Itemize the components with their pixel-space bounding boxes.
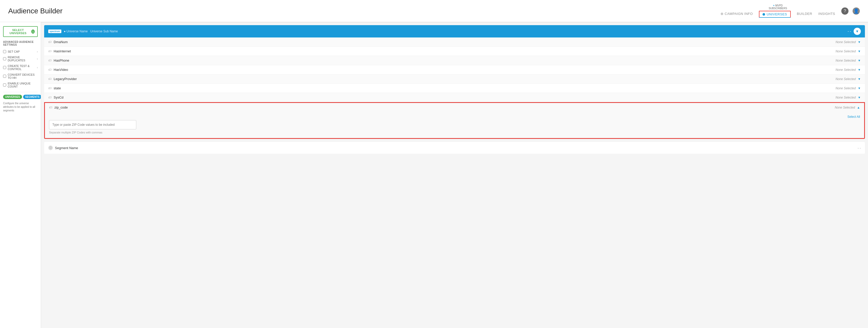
sidebar-item-convert-devices[interactable]: CONVERT DEVICES TO HH (3, 72, 38, 81)
tab-universes[interactable]: UNIVERSES (759, 11, 791, 18)
zip-row-body: Select All Separate multiple ZIP Codes w… (45, 112, 864, 138)
tag-icon-sys-cd: 🏷 (48, 95, 52, 99)
universe-card-header-left: spectrum ● Universe Name Universe Sub Na… (48, 30, 118, 33)
universes-subtab[interactable]: UNIVERSES (3, 95, 22, 99)
tab-campaign-info[interactable]: CAMPAIGN INFO (721, 12, 753, 17)
app-title: Audience Builder (8, 7, 63, 15)
dropdown-chevron-legacy-provider[interactable]: ▼ (858, 77, 861, 81)
segment-name-row: ⓘ Segment Name - - (44, 142, 865, 154)
zip-row-header: 🏷 zip_code None Selected ▲ (45, 103, 864, 112)
dropdown-chevron-has-phone[interactable]: ▼ (858, 59, 861, 62)
help-icon[interactable]: ? (841, 7, 848, 14)
remove-duplicates-chevron: › (37, 58, 38, 60)
attribute-row-sys-cd: 🏷 SysCd None Selected ▼ (44, 93, 865, 102)
universe-segment-tabs: UNIVERSES SEGMENTS (3, 95, 38, 99)
segments-subtab[interactable]: SEGMENTS (23, 95, 41, 99)
select-universes-button[interactable]: SELECT UNIVERSES 1 (3, 26, 38, 37)
segment-value: - - (858, 146, 861, 150)
attribute-row-legacy-provider: 🏷 LegacyProvider None Selected ▼ (44, 74, 865, 84)
sidebar-item-set-cap[interactable]: SET CAP › (3, 49, 38, 54)
attribute-row-state: 🏷 state None Selected ▼ (44, 84, 865, 93)
universe-name: ● Universe Name Universe Sub Name (64, 30, 118, 33)
tab-insights[interactable]: INSIGHTS (818, 12, 835, 17)
spectrum-logo: spectrum (48, 30, 61, 33)
universes-dot (763, 13, 765, 16)
mvpd-label: + MVPD SUBSCRIBERS (769, 4, 787, 10)
remove-duplicates-checkbox[interactable] (3, 57, 6, 60)
attribute-row-has-internet: 🏷 HasInternet None Selected ▼ (44, 47, 865, 56)
tag-icon-legacy-provider: 🏷 (48, 77, 52, 81)
tag-icon-has-internet: 🏷 (48, 49, 52, 53)
dropdown-chevron-state[interactable]: ▼ (858, 87, 861, 90)
zip-code-input[interactable] (49, 120, 136, 129)
zip-select-all[interactable]: Select All (49, 115, 860, 119)
main-content: spectrum ● Universe Name Universe Sub Na… (41, 22, 868, 328)
set-cap-checkbox[interactable] (3, 50, 6, 53)
attribute-row-has-video: 🏷 HasVideo None Selected ▼ (44, 65, 865, 74)
dropdown-chevron-has-internet[interactable]: ▼ (858, 50, 861, 53)
dropdown-chevron-has-video[interactable]: ▼ (858, 68, 861, 71)
tag-icon-dma-num: 🏷 (48, 40, 52, 44)
header-dashes: - - (848, 29, 851, 33)
tag-icon-has-phone: 🏷 (48, 59, 52, 62)
attribute-row-has-phone: 🏷 HasPhone None Selected ▼ (44, 56, 865, 65)
zip-code-expanded-row: 🏷 zip_code None Selected ▲ Select All Se… (44, 102, 865, 139)
user-icon[interactable]: 👤 (852, 7, 860, 14)
universes-badge: 1 (31, 30, 35, 34)
tag-icon-zip-code: 🏷 (49, 106, 52, 109)
sidebar-item-create-test-control[interactable]: CREATE TEST & CONTROL › (3, 63, 38, 72)
zip-hint: Separate multiple ZIP Codes with commas (49, 131, 860, 134)
universe-card-header-right: - - ▼ (848, 28, 861, 35)
nav-and-icons: + MVPD SUBSCRIBERS CAMPAIGN INFO UNIVERS… (721, 4, 860, 18)
tag-icon-state: 🏷 (48, 86, 52, 90)
dropdown-chevron-sys-cd[interactable]: ▼ (858, 96, 861, 99)
dropdown-chevron-zip-code[interactable]: ▲ (857, 106, 860, 109)
create-test-control-checkbox[interactable] (3, 66, 6, 69)
main-layout: SELECT UNIVERSES 1 ADVANCED AUDIENCE SET… (0, 22, 868, 328)
sidebar: SELECT UNIVERSES 1 ADVANCED AUDIENCE SET… (0, 22, 41, 328)
top-header: Audience Builder + MVPD SUBSCRIBERS CAMP… (0, 0, 868, 22)
sidebar-item-enable-unique-count[interactable]: ENABLE UNIQUE COUNT (3, 81, 38, 89)
sidebar-item-remove-duplicates[interactable]: REMOVE DUPLICATES › (3, 54, 38, 63)
dropdown-chevron-dma-num[interactable]: ▼ (858, 40, 861, 44)
header-icons: ? 👤 (841, 7, 860, 14)
universe-card: spectrum ● Universe Name Universe Sub Na… (44, 25, 865, 139)
sidebar-description: Configure the universe attributes to be … (3, 101, 38, 112)
mvpd-icon: + (773, 4, 775, 7)
tag-icon-has-video: 🏷 (48, 68, 52, 71)
enable-unique-count-checkbox[interactable] (3, 83, 6, 87)
attribute-row-dma-num: 🏷 DmaNum None Selected ▼ (44, 37, 865, 47)
nav-tabs: + MVPD SUBSCRIBERS CAMPAIGN INFO UNIVERS… (721, 4, 835, 18)
segment-circle-icon: ⓘ (48, 146, 53, 150)
filter-button[interactable]: ▼ (854, 28, 861, 35)
create-test-control-chevron: › (37, 66, 38, 69)
tab-builder[interactable]: BUILDER (797, 12, 812, 17)
campaign-info-dot (721, 12, 723, 15)
universe-card-header: spectrum ● Universe Name Universe Sub Na… (44, 25, 865, 37)
set-cap-chevron: › (37, 50, 38, 53)
advanced-settings-title: ADVANCED AUDIENCE SETTINGS (3, 40, 38, 46)
convert-devices-checkbox[interactable] (3, 75, 6, 78)
